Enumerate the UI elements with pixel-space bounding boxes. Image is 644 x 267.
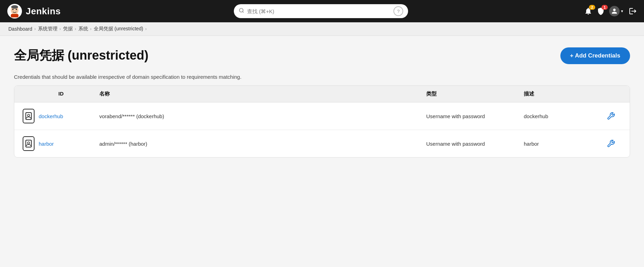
svg-point-10 — [28, 114, 30, 116]
user-card-icon — [25, 112, 32, 120]
breadcrumb-sep-4: › — [90, 26, 92, 31]
logout-icon[interactable] — [629, 7, 637, 15]
row-2-id-link[interactable]: harbor — [39, 141, 54, 147]
search-bar[interactable]: ? — [234, 4, 408, 18]
svg-point-3 — [12, 9, 14, 10]
row-1-id-link[interactable]: dockerhub — [39, 113, 63, 119]
row-1-id-cell: dockerhub — [23, 109, 99, 123]
add-credentials-button[interactable]: + Add Credentials — [560, 47, 630, 64]
jenkins-logo-icon — [7, 3, 22, 19]
svg-text:!: ! — [600, 9, 601, 13]
breadcrumb-sep-2: › — [60, 26, 61, 31]
breadcrumb-system[interactable]: 系统 — [78, 26, 88, 32]
page-header-row: 全局凭据 (unrestricted) + Add Credentials — [14, 47, 630, 64]
breadcrumb-credentials[interactable]: 凭据 — [63, 26, 73, 32]
credential-icon-1 — [23, 109, 34, 123]
search-input[interactable] — [247, 8, 391, 14]
row-1-description: dockerhub — [524, 113, 600, 119]
svg-rect-2 — [11, 14, 18, 17]
svg-point-4 — [16, 9, 17, 10]
avatar — [609, 6, 620, 16]
row-2-type: Username with password — [426, 141, 524, 147]
alerts-count: 1 — [601, 5, 608, 10]
svg-point-5 — [11, 5, 18, 9]
jenkins-logo[interactable]: Jenkins — [7, 3, 61, 19]
table-row: dockerhub vorabend/****** (dockerhub) Us… — [14, 102, 630, 130]
table-row: harbor admin/****** (harbor) Username wi… — [14, 130, 630, 157]
main-content: 全局凭据 (unrestricted) + Add Credentials Cr… — [0, 36, 644, 169]
breadcrumb: Dashboard › 系统管理 › 凭据 › 系统 › 全局凭据 (unres… — [0, 22, 644, 36]
breadcrumb-sep-3: › — [75, 26, 76, 31]
row-2-wrench-btn[interactable] — [600, 139, 621, 148]
page-title: 全局凭据 (unrestricted) — [14, 47, 148, 64]
row-1-wrench-btn[interactable] — [600, 112, 621, 120]
user-menu[interactable]: ▾ — [609, 6, 623, 16]
app-title: Jenkins — [26, 6, 61, 17]
search-wrap: ? — [66, 4, 576, 18]
col-header-actions — [600, 91, 621, 97]
row-2-description: harbor — [524, 141, 600, 147]
notifications-bell[interactable]: 2 — [584, 7, 592, 15]
user-card-icon-2 — [25, 140, 32, 147]
header-icons: 2 ! 1 ▾ — [584, 6, 637, 16]
row-2-id-cell: harbor — [23, 136, 99, 151]
svg-point-6 — [239, 8, 243, 12]
breadcrumb-sep-5: › — [145, 26, 147, 31]
breadcrumb-system-mgmt[interactable]: 系统管理 — [38, 26, 58, 32]
breadcrumb-sep-1: › — [34, 26, 36, 31]
row-1-type: Username with password — [426, 113, 524, 119]
credentials-table: ID 名称 类型 描述 dockerhub vorabend/****** (d… — [14, 85, 630, 158]
alerts-shield[interactable]: ! 1 — [597, 7, 605, 15]
description: Credentials that should be available irr… — [14, 74, 630, 80]
credential-icon-2 — [23, 136, 34, 151]
svg-line-7 — [243, 12, 244, 13]
row-1-name: vorabend/****** (dockerhub) — [99, 113, 426, 119]
notifications-count: 2 — [589, 5, 595, 10]
breadcrumb-global-credentials[interactable]: 全局凭据 (unrestricted) — [94, 26, 143, 32]
col-header-type: 类型 — [426, 91, 524, 97]
col-header-id: ID — [23, 91, 99, 97]
chevron-down-icon: ▾ — [621, 9, 623, 14]
search-icon — [239, 8, 244, 15]
col-header-name: 名称 — [99, 91, 426, 97]
app-header: Jenkins ? 2 ! 1 — [0, 0, 644, 22]
help-icon[interactable]: ? — [393, 6, 403, 16]
svg-point-12 — [28, 142, 30, 144]
breadcrumb-dashboard[interactable]: Dashboard — [8, 26, 32, 32]
table-header: ID 名称 类型 描述 — [14, 86, 630, 102]
col-header-description: 描述 — [524, 91, 600, 97]
row-2-name: admin/****** (harbor) — [99, 141, 426, 147]
